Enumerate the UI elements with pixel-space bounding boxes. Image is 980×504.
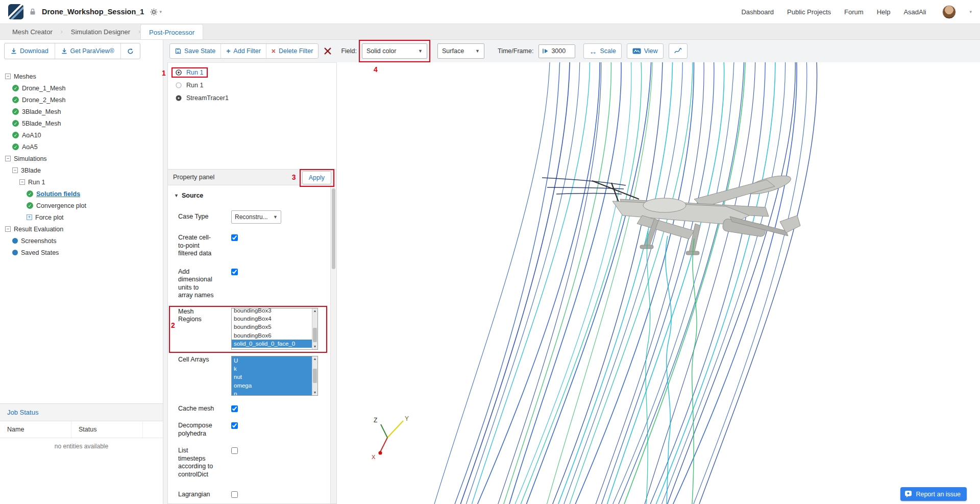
clear-all-filters-icon-button[interactable] (324, 47, 332, 55)
apply-button[interactable]: Apply (302, 171, 331, 184)
tree-item-screenshots[interactable]: Screenshots (0, 235, 163, 247)
tab-mesh-creator[interactable]: Mesh Creator (4, 24, 61, 39)
visibility-on-icon[interactable] (175, 69, 182, 76)
listbox-scrollbar[interactable]: ▲ ▼ (312, 356, 317, 395)
scroll-up-icon[interactable]: ▲ (312, 356, 317, 362)
tab-post-processor[interactable]: Post-Processor (140, 24, 203, 39)
mesh-region-option[interactable]: boundingBox5 (232, 323, 312, 331)
mesh-region-option-selected[interactable]: solid_0_solid_0_face_0 (232, 340, 312, 348)
collapse-icon[interactable]: − (5, 74, 11, 79)
tree-item-3blade-mesh[interactable]: ✓3Blade_Mesh (0, 106, 163, 117)
cell-array-option-selected[interactable]: omega (232, 381, 312, 390)
collapse-icon[interactable]: − (5, 156, 11, 161)
chevron-down-icon[interactable]: ▾ (969, 9, 972, 14)
tree-node-simulations[interactable]: −Simulations (0, 153, 163, 164)
tree-item-5blade-mesh[interactable]: ✓5Blade_Mesh (0, 117, 163, 129)
lagrangian-checkbox[interactable] (231, 491, 238, 498)
curve-tool-button[interactable] (669, 44, 687, 58)
representation-select[interactable]: Surface ▼ (437, 43, 484, 59)
expand-plus-icon[interactable]: + (27, 214, 32, 220)
tree-item-drone-1-mesh[interactable]: ✓Drone_1_Mesh (0, 82, 163, 94)
skip-to-frame-icon[interactable] (542, 48, 549, 54)
visibility-off-icon[interactable] (175, 82, 182, 89)
tree-node-run-1[interactable]: −Run 1 (0, 176, 163, 188)
field-select[interactable]: Solid color ▼ (362, 43, 427, 59)
case-type-select[interactable]: Reconstru... ▼ (231, 210, 281, 224)
viewport-canvas[interactable]: Y Z X (337, 62, 980, 504)
check-icon: ✓ (27, 202, 33, 209)
nav-username[interactable]: AsadAli (903, 8, 926, 16)
time-frame-input[interactable] (551, 47, 572, 55)
tree-item-aoa10[interactable]: ✓AoA10 (0, 129, 163, 141)
tree-node-3blade[interactable]: −3Blade (0, 164, 163, 176)
scroll-thumb[interactable] (313, 369, 317, 383)
tree-label: Screenshots (21, 237, 56, 245)
pipeline-item-run1-hidden[interactable]: Run 1 (168, 79, 336, 91)
tree-node-result-evaluation[interactable]: −Result Evaluation (0, 223, 163, 235)
property-panel-scrollbar[interactable] (330, 185, 336, 503)
add-units-checkbox[interactable] (231, 269, 238, 275)
tree-item-drone-2-mesh[interactable]: ✓Drone_2_Mesh (0, 94, 163, 106)
scroll-down-icon[interactable]: ▼ (312, 344, 317, 349)
check-icon: ✓ (12, 97, 19, 103)
mesh-regions-listbox[interactable]: boundingBox3 boundingBox4 boundingBox5 b… (231, 308, 318, 350)
mesh-region-option[interactable]: boundingBox3 (232, 308, 312, 315)
cell-array-option-selected[interactable]: nut (232, 373, 312, 381)
collapse-icon[interactable]: − (12, 167, 18, 173)
save-state-button[interactable]: Save State (170, 44, 221, 58)
nav-forum[interactable]: Forum (844, 8, 864, 16)
check-icon: ✓ (12, 143, 19, 150)
mesh-region-option[interactable]: boundingBox4 (232, 315, 312, 323)
cell-arrays-listbox[interactable]: U k nut omega p ▲ ▼ (231, 356, 318, 396)
case-type-value: Reconstru... (235, 213, 268, 221)
nav-help[interactable]: Help (877, 8, 891, 16)
viewport-3d[interactable]: Y Z X Report an issue (337, 62, 980, 504)
collapse-icon[interactable]: − (5, 226, 11, 232)
view-button[interactable]: View (627, 44, 663, 58)
tree-item-solution-fields[interactable]: ✓Solution fields (0, 188, 163, 200)
scale-button[interactable]: ↔ Scale (584, 44, 621, 58)
chevron-down-icon: ▼ (418, 49, 423, 54)
pipeline-item-streamtracer1[interactable]: StreamTracer1 (168, 91, 336, 104)
mesh-regions-row: Mesh Regions boundingBox3 boundingBox4 b… (173, 308, 327, 350)
refresh-button[interactable] (121, 43, 140, 59)
avatar[interactable] (942, 5, 956, 19)
pipeline-item-run1-selected[interactable]: Run 1 1 (168, 66, 336, 79)
add-filter-button[interactable]: + Add Filter (221, 44, 266, 58)
visibility-on-icon[interactable] (175, 94, 182, 102)
tab-simulation-designer[interactable]: Simulation Designer (63, 24, 138, 39)
tree-item-force-plot[interactable]: +Force plot (0, 211, 163, 223)
scroll-thumb[interactable] (332, 188, 335, 269)
x-icon: × (272, 47, 276, 55)
tree-item-saved-states[interactable]: Saved States (0, 247, 163, 258)
collapse-icon[interactable]: − (19, 179, 25, 185)
tree-item-aoa5[interactable]: ✓AoA5 (0, 141, 163, 153)
cell-array-option-selected[interactable]: U (232, 356, 312, 365)
decompose-checkbox[interactable] (231, 422, 238, 429)
scroll-thumb[interactable] (313, 328, 317, 342)
source-section-header[interactable]: ▼ Source (174, 192, 327, 199)
report-issue-button[interactable]: Report an issue (900, 487, 967, 501)
project-settings-button[interactable]: ▾ (150, 8, 162, 16)
pipeline-item-label: StreamTracer1 (186, 94, 229, 102)
nav-dashboard[interactable]: Dashboard (741, 8, 774, 16)
cache-mesh-checkbox[interactable] (231, 405, 238, 412)
create-cell-checkbox[interactable] (231, 234, 238, 241)
scroll-up-icon[interactable]: ▲ (312, 308, 317, 314)
tree-item-convergence-plot[interactable]: ✓Convergence plot (0, 200, 163, 211)
list-timesteps-checkbox[interactable] (231, 447, 238, 454)
get-paraview-button[interactable]: Get ParaView® (55, 43, 121, 59)
pipeline-item-label: Run 1 (186, 82, 203, 89)
cell-array-option-selected[interactable]: p (232, 390, 312, 395)
nav-public-projects[interactable]: Public Projects (787, 8, 831, 16)
tree-label: Drone_1_Mesh (22, 85, 65, 92)
scroll-down-icon[interactable]: ▼ (312, 390, 317, 395)
tree-node-meshes[interactable]: −Meshes (0, 70, 163, 82)
lagrangian-row: Lagrangian (173, 491, 327, 499)
view-group: View (627, 43, 664, 59)
delete-filter-button[interactable]: × Delete Filter (266, 44, 318, 58)
download-button[interactable]: Download (5, 43, 55, 59)
listbox-scrollbar[interactable]: ▲ ▼ (312, 308, 317, 349)
mesh-region-option[interactable]: boundingBox6 (232, 331, 312, 340)
cell-array-option-selected[interactable]: k (232, 365, 312, 373)
